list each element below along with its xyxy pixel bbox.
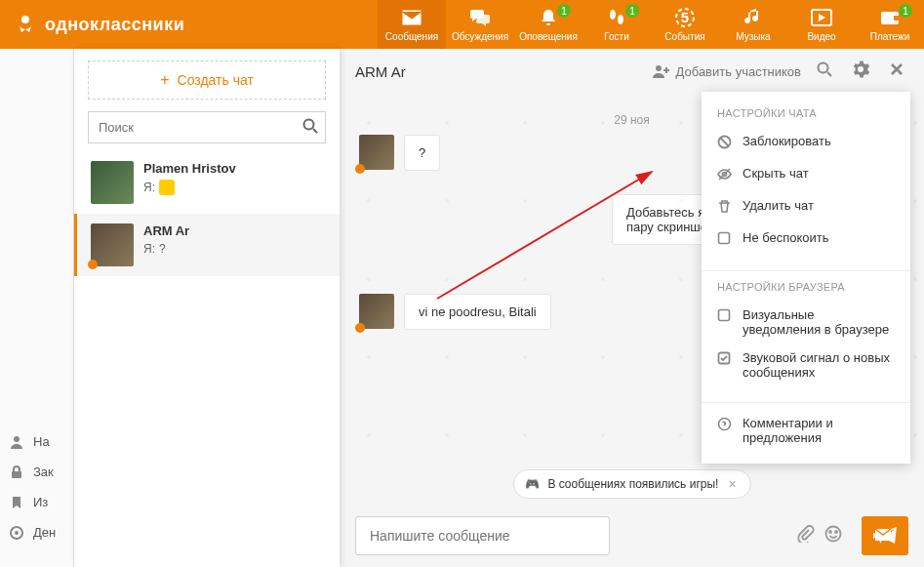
divider — [702, 270, 910, 271]
video-icon — [811, 7, 832, 28]
svg-point-19 — [829, 531, 831, 533]
svg-point-0 — [21, 16, 29, 23]
chat-title: ARM Ar — [355, 63, 641, 80]
coin-icon — [10, 526, 23, 540]
checkbox-checked-icon — [717, 351, 733, 368]
bell-icon — [538, 7, 559, 28]
games-icon: 🎮 — [525, 477, 540, 491]
dd-dnd[interactable]: Не беспокоить — [702, 223, 910, 255]
dd-label: Не беспокоить — [743, 230, 829, 245]
brand-text: одноклассники — [45, 15, 184, 35]
dd-sound-notif[interactable]: Звуковой сигнал о новых сообщениях — [702, 344, 910, 386]
nav-messages[interactable]: Сообщения — [378, 0, 446, 49]
wallet-icon — [879, 7, 901, 28]
chat-list-item[interactable]: ARM Ar Я: ? — [74, 214, 340, 276]
close-chat-button[interactable] — [885, 58, 908, 85]
message-input[interactable] — [355, 516, 610, 555]
dd-visual-notif[interactable]: Визуальные уведомления в браузере — [702, 301, 910, 344]
add-members-label: Добавить участников — [676, 64, 801, 79]
nav-payments[interactable]: 1 Платежи — [856, 0, 924, 49]
user-icon — [10, 435, 23, 449]
avatar — [91, 161, 134, 204]
chat-bubbles-icon — [469, 7, 491, 28]
help-icon — [717, 417, 733, 434]
nav-label: Сообщения — [385, 31, 438, 42]
sidebar-label: Ден — [33, 525, 56, 540]
chat-header: ARM Ar Добавить участников — [340, 49, 924, 94]
search-wrap — [88, 111, 326, 143]
dd-label: Заблокировать — [743, 134, 831, 148]
dd-delete[interactable]: Удалить чат — [702, 191, 910, 223]
svg-point-2 — [618, 15, 623, 24]
sidebar-label: На — [33, 434, 50, 449]
add-members-button[interactable]: Добавить участников — [653, 64, 801, 79]
online-indicator — [355, 164, 365, 174]
close-banner-button[interactable]: × — [726, 476, 738, 492]
sidebar-label: Из — [33, 495, 48, 509]
nav-notifications[interactable]: 1 Оповещения — [514, 0, 583, 49]
nav-label: Обсуждения — [452, 31, 508, 42]
sidebar-item[interactable]: Зак — [0, 457, 73, 487]
svg-rect-23 — [719, 233, 730, 244]
settings-dropdown: НАСТРОЙКИ ЧАТА Заблокировать Скрыть чат … — [702, 92, 910, 464]
dd-hide[interactable]: Скрыть чат — [702, 159, 910, 191]
logo-area[interactable]: одноклассники — [0, 13, 198, 36]
online-indicator — [355, 323, 365, 333]
add-user-icon — [653, 64, 670, 78]
send-button[interactable] — [862, 516, 908, 555]
chat-list-item[interactable]: Plamen Hristov Я: — [74, 151, 340, 214]
dd-label: Визуальные уведомления в браузере — [743, 307, 895, 337]
nav-label: Гости — [604, 31, 628, 42]
search-icon[interactable] — [302, 118, 318, 138]
emoji-button[interactable] — [824, 525, 842, 547]
chat-name: Plamen Hristov — [143, 161, 326, 176]
svg-point-15 — [656, 65, 662, 71]
nav-label: Видео — [807, 31, 835, 42]
lock-icon — [10, 466, 23, 479]
composer — [340, 505, 924, 567]
nav-label: Музыка — [736, 31, 770, 42]
dd-block[interactable]: Заблокировать — [702, 127, 910, 159]
svg-point-14 — [304, 119, 314, 129]
nav-events[interactable]: 5 События — [651, 0, 719, 49]
nav-discussions[interactable]: Обсуждения — [446, 0, 514, 49]
sidebar-item[interactable]: Из — [0, 487, 73, 517]
avatar — [91, 223, 134, 266]
svg-point-16 — [819, 63, 828, 73]
dd-label: Звуковой сигнал о новых сообщениях — [743, 350, 895, 380]
badge: 1 — [625, 4, 639, 18]
svg-rect-24 — [719, 310, 730, 321]
create-chat-button[interactable]: + Создать чат — [88, 61, 326, 100]
block-icon — [717, 135, 733, 152]
checkbox-empty-icon — [717, 308, 733, 325]
preview-text: ? — [159, 242, 166, 256]
search-input[interactable] — [88, 111, 326, 143]
search-chat-button[interactable] — [813, 58, 836, 85]
dd-section-title: НАСТРОЙКИ БРАУЗЕРА — [702, 277, 910, 301]
online-indicator — [88, 260, 98, 269]
dd-label: Комментарии и предложения — [743, 416, 895, 445]
badge: 1 — [557, 4, 571, 18]
chat-list-panel: + Создать чат Plamen Hristov Я: ARM Ar Я… — [74, 49, 340, 567]
nav-music[interactable]: Музыка — [719, 0, 787, 49]
footsteps-icon — [606, 7, 627, 28]
games-banner[interactable]: 🎮 В сообщениях появились игры! × — [512, 469, 750, 499]
emoji-icon — [159, 180, 175, 195]
sidebar-label: Зак — [33, 465, 54, 479]
sidebar-item[interactable]: На — [0, 426, 73, 457]
message-bubble: ? — [404, 135, 440, 171]
nav-video[interactable]: Видео — [787, 0, 856, 49]
app-header: одноклассники Сообщения Обсуждения 1 Опо… — [0, 0, 924, 49]
nav-guests[interactable]: 1 Гости — [583, 0, 651, 49]
svg-point-20 — [835, 531, 837, 533]
chat-preview: Я: — [143, 180, 326, 195]
sidebar-item[interactable]: Ден — [0, 517, 73, 547]
attach-button[interactable] — [797, 525, 815, 547]
svg-point-11 — [15, 531, 19, 535]
dd-label: Удалить чат — [743, 198, 814, 213]
checkbox-empty-icon — [717, 231, 733, 248]
dd-feedback[interactable]: Комментарии и предложения — [702, 409, 910, 452]
svg-point-1 — [610, 10, 616, 20]
envelope-icon — [401, 7, 422, 28]
settings-button[interactable] — [848, 57, 873, 86]
